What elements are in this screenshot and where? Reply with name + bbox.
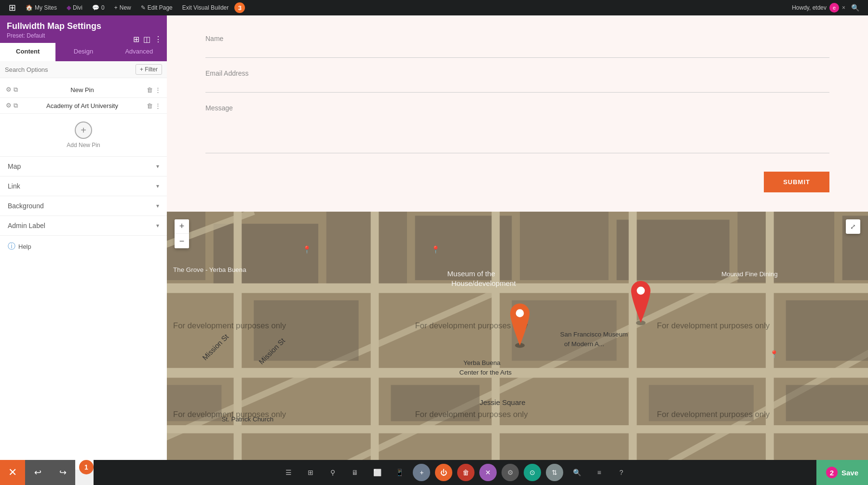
comments-menu[interactable]: 💬 0 bbox=[88, 0, 108, 15]
form-field-email: Email Address bbox=[205, 69, 829, 93]
exit-button[interactable]: ✕ bbox=[0, 460, 25, 485]
svg-text:San Francisco Museum: San Francisco Museum bbox=[560, 331, 628, 338]
svg-text:For development purposes only: For development purposes only bbox=[415, 410, 529, 419]
pin-settings-icon-2[interactable]: ⚙ bbox=[6, 102, 12, 109]
preview-icon[interactable]: ◫ bbox=[143, 35, 150, 44]
section-link[interactable]: Link ▾ bbox=[0, 176, 167, 196]
my-sites-icon: 🏠 bbox=[26, 4, 33, 11]
settings-panel: Fullwidth Map Settings Preset: Default ⊞… bbox=[0, 15, 167, 470]
svg-text:Yerba Buena: Yerba Buena bbox=[463, 359, 501, 366]
wordpress-icon[interactable]: ⊞ bbox=[5, 2, 20, 13]
svg-text:📍: 📍 bbox=[770, 350, 779, 359]
name-input[interactable] bbox=[205, 45, 829, 58]
pin-settings-icon[interactable]: ⚙ bbox=[6, 86, 12, 94]
map-background: For development purposes only For develo… bbox=[167, 212, 868, 470]
pin-item-actions: 🗑 ⋮ bbox=[147, 86, 161, 94]
tab-advanced[interactable]: Advanced bbox=[111, 43, 167, 61]
tab-content[interactable]: Content bbox=[0, 43, 55, 61]
zoom-in-button[interactable]: + bbox=[175, 219, 189, 234]
chevron-down-icon-2: ▾ bbox=[156, 183, 159, 189]
expand-icon: ⤢ bbox=[850, 223, 856, 230]
toolbar-layers-button[interactable]: ≡ bbox=[590, 464, 608, 481]
contact-form-area: Name Email Address Message SUBMIT bbox=[167, 15, 868, 212]
add-pin-label: Add New Pin bbox=[67, 142, 100, 148]
search-input[interactable] bbox=[5, 66, 136, 73]
comments-icon: 💬 bbox=[92, 4, 99, 11]
toolbar-help-button[interactable]: ? bbox=[612, 464, 630, 481]
svg-text:The Grove - Yerba Buena: The Grove - Yerba Buena bbox=[173, 266, 246, 273]
divi-menu[interactable]: ◆ Divi bbox=[63, 0, 86, 15]
form-field-name: Name bbox=[205, 35, 829, 58]
pin-item-new-pin: ⚙ ⧉ New Pin 🗑 ⋮ bbox=[0, 82, 167, 98]
pin-more-icon[interactable]: ⋮ bbox=[155, 86, 161, 94]
wp-admin-bar: ⊞ 🏠 My Sites ◆ Divi 💬 0 + New ✎ Edit Pag… bbox=[0, 0, 868, 15]
pin-more-icon-2[interactable]: ⋮ bbox=[155, 102, 161, 109]
toolbar-pin-button[interactable]: ⚲ bbox=[324, 464, 341, 481]
pin-duplicate-icon-2[interactable]: ⧉ bbox=[14, 102, 18, 109]
undo-button[interactable]: ↩ bbox=[25, 460, 50, 485]
map-expand-button[interactable]: ⤢ bbox=[846, 219, 860, 234]
submit-button[interactable]: SUBMIT bbox=[764, 172, 829, 192]
svg-rect-7 bbox=[520, 212, 609, 280]
notification-badge[interactable]: 3 bbox=[234, 2, 245, 13]
panel-header: Fullwidth Map Settings Preset: Default ⊞… bbox=[0, 15, 167, 43]
section-admin-label-text: Admin Label bbox=[8, 222, 45, 229]
pin-delete-icon[interactable]: 🗑 bbox=[147, 86, 153, 94]
main-content: Name Email Address Message SUBMIT bbox=[167, 15, 868, 470]
edit-page-icon: ✎ bbox=[141, 4, 146, 11]
my-sites-menu[interactable]: 🏠 My Sites bbox=[22, 0, 61, 15]
svg-text:For development purposes only: For development purposes only bbox=[657, 321, 770, 330]
toolbar-tablet-button[interactable]: ⬜ bbox=[368, 464, 386, 481]
toolbar-settings-button[interactable]: ⚙ bbox=[502, 464, 519, 481]
search-icon[interactable]: 🔍 bbox=[847, 4, 863, 12]
help-row[interactable]: ⓘ Help bbox=[0, 235, 167, 257]
pin-delete-icon-2[interactable]: 🗑 bbox=[147, 102, 153, 109]
filter-button[interactable]: + Filter bbox=[136, 64, 162, 75]
section-map[interactable]: Map ▾ bbox=[0, 156, 167, 176]
exit-visual-builder-menu[interactable]: Exit Visual Builder bbox=[178, 0, 233, 15]
pin-new-label: New Pin bbox=[22, 86, 143, 94]
toolbar-sort-button[interactable]: ⇅ bbox=[546, 464, 563, 481]
svg-text:Museum of the: Museum of the bbox=[448, 269, 495, 278]
toolbar-grid-button[interactable]: ⊞ bbox=[302, 464, 319, 481]
toolbar-close-button[interactable]: ✕ bbox=[479, 464, 497, 481]
layout-icon[interactable]: ⊞ bbox=[133, 35, 139, 44]
message-input[interactable] bbox=[205, 115, 829, 153]
svg-rect-37 bbox=[786, 300, 868, 361]
svg-text:of Modern A...: of Modern A... bbox=[564, 340, 604, 348]
edit-page-menu[interactable]: ✎ Edit Page bbox=[137, 0, 176, 15]
toolbar-target-button[interactable]: ⊙ bbox=[524, 464, 541, 481]
add-new-pin-button[interactable]: + Add New Pin bbox=[0, 114, 167, 156]
toolbar-add-button[interactable]: + bbox=[413, 464, 430, 481]
section-map-label: Map bbox=[8, 162, 21, 170]
edit-page-label: Edit Page bbox=[148, 4, 173, 11]
new-menu[interactable]: + New bbox=[110, 0, 135, 15]
redo-button[interactable]: ↪ bbox=[50, 460, 75, 485]
toolbar-mobile-button[interactable]: 📱 bbox=[391, 464, 408, 481]
comments-count: 0 bbox=[101, 4, 105, 11]
section-admin-label[interactable]: Admin Label ▾ bbox=[0, 216, 167, 235]
pin-duplicate-icon[interactable]: ⧉ bbox=[14, 86, 18, 94]
message-field-label: Message bbox=[205, 104, 829, 112]
email-input[interactable] bbox=[205, 80, 829, 93]
chevron-down-icon-4: ▾ bbox=[156, 222, 159, 229]
circle-badge-1[interactable]: 1 bbox=[79, 460, 94, 474]
save-area[interactable]: 2 Save bbox=[816, 460, 868, 485]
new-label: New bbox=[120, 4, 131, 11]
toolbar-menu-button[interactable]: ☰ bbox=[280, 464, 297, 481]
toolbar-search-button[interactable]: 🔍 bbox=[568, 464, 585, 481]
zoom-out-button[interactable]: − bbox=[175, 234, 189, 248]
tab-design[interactable]: Design bbox=[55, 43, 111, 61]
toolbar-power-button[interactable]: ⏻ bbox=[435, 464, 452, 481]
panel-search-bar: + Filter bbox=[0, 61, 167, 78]
toolbar-delete-button[interactable]: 🗑 bbox=[457, 464, 475, 481]
logout-icon[interactable]: × bbox=[842, 4, 845, 11]
more-options-icon[interactable]: ⋮ bbox=[154, 35, 162, 44]
divi-label: Divi bbox=[73, 4, 82, 11]
pin-item-academy: ⚙ ⧉ Academy of Art University 🗑 ⋮ bbox=[0, 98, 167, 114]
bottom-action-bar: ✕ ↩ ↪ 1 ☰ ⊞ ⚲ 🖥 ⬜ 📱 + ⏻ 🗑 ✕ ⚙ ⊙ ⇅ 🔍 ≡ ? … bbox=[0, 460, 868, 485]
toolbar-desktop-button[interactable]: 🖥 bbox=[346, 464, 364, 481]
save-badge-number: 2 bbox=[830, 469, 834, 477]
svg-text:Mourad Fine Dining: Mourad Fine Dining bbox=[721, 270, 778, 278]
section-background[interactable]: Background ▾ bbox=[0, 196, 167, 216]
